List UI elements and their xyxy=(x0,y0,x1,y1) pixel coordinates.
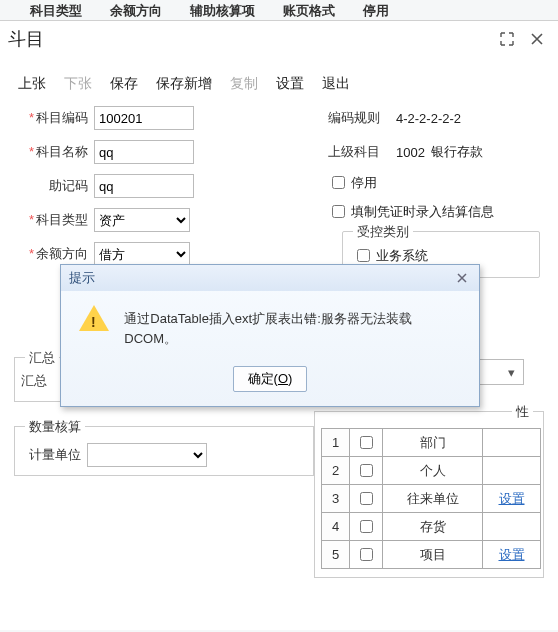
toolbar: 上张 下张 保存 保存新增 复制 设置 退出 xyxy=(0,55,558,105)
hz-legend: 汇总 xyxy=(25,349,59,367)
row-set xyxy=(483,429,541,457)
dialog-ok-button[interactable]: 确定(O) xyxy=(233,366,308,392)
check-biz[interactable] xyxy=(357,249,370,262)
toolbar-settings[interactable]: 设置 xyxy=(276,75,304,93)
label-mnemonic: 助记码 xyxy=(18,177,88,195)
row-index: 4 xyxy=(322,513,350,541)
page-title: 斗目 xyxy=(8,27,44,51)
dialog-ok-label: 确定 xyxy=(248,371,274,386)
toolbar-next: 下张 xyxy=(64,75,92,93)
table-row: 4存货 xyxy=(322,513,541,541)
row-check[interactable] xyxy=(360,492,373,505)
label-direction: 余额方向 xyxy=(18,245,88,263)
dialog-close-icon[interactable] xyxy=(453,269,471,287)
value-parent-code: 1002 xyxy=(396,145,425,160)
bg-tab-1: 科目类型 xyxy=(30,0,82,20)
label-voucher: 填制凭证时录入结算信息 xyxy=(351,203,494,221)
select-type[interactable]: 资产 xyxy=(94,208,190,232)
dialog-message: 通过DataTable插入ext扩展表出错:服务器无法装载 DCOM。 xyxy=(124,305,461,348)
unit-select[interactable] xyxy=(87,443,207,467)
aux-table: 1部门2个人3往来单位设置4存货5项目设置 xyxy=(321,428,541,569)
row-name: 项目 xyxy=(383,541,483,569)
qty-section: 数量核算 计量单位 xyxy=(14,426,314,476)
label-type: 科目类型 xyxy=(18,211,88,229)
value-parent-name: 银行存款 xyxy=(431,143,483,161)
hz-label: 汇总 xyxy=(21,372,47,390)
select-direction[interactable]: 借方 xyxy=(94,242,190,266)
controlled-legend: 受控类别 xyxy=(353,223,413,241)
row-index: 2 xyxy=(322,457,350,485)
row-check-cell xyxy=(350,485,383,513)
chevron-down-icon: ▾ xyxy=(503,365,519,380)
label-rule: 编码规则 xyxy=(328,109,388,127)
aux-attr-section: 性 1部门2个人3往来单位设置4存货5项目设置 xyxy=(314,411,544,578)
background-tabs: 科目类型 余额方向 辅助核算项 账页格式 停用 xyxy=(0,0,558,20)
row-index: 1 xyxy=(322,429,350,457)
bg-tab-3: 辅助核算项 xyxy=(190,0,255,20)
toolbar-copy: 复制 xyxy=(230,75,258,93)
toolbar-save-new[interactable]: 保存新增 xyxy=(156,75,212,93)
value-rule: 4-2-2-2-2-2 xyxy=(396,111,461,126)
row-check[interactable] xyxy=(360,548,373,561)
unit-label: 计量单位 xyxy=(21,446,81,464)
qty-legend: 数量核算 xyxy=(25,418,85,436)
row-name: 个人 xyxy=(383,457,483,485)
input-code[interactable] xyxy=(94,106,194,130)
row-set: 设置 xyxy=(483,541,541,569)
expand-icon[interactable] xyxy=(496,28,518,50)
row-set-link[interactable]: 设置 xyxy=(499,491,525,506)
row-set xyxy=(483,513,541,541)
toolbar-prev[interactable]: 上张 xyxy=(18,75,46,93)
bg-tab-2: 余额方向 xyxy=(110,0,162,20)
bg-tab-4: 账页格式 xyxy=(283,0,335,20)
check-voucher[interactable] xyxy=(332,205,345,218)
close-icon[interactable] xyxy=(526,28,548,50)
row-index: 5 xyxy=(322,541,350,569)
row-set: 设置 xyxy=(483,485,541,513)
table-row: 2个人 xyxy=(322,457,541,485)
input-name[interactable] xyxy=(94,140,194,164)
row-check-cell xyxy=(350,429,383,457)
check-disable[interactable] xyxy=(332,176,345,189)
row-check-cell xyxy=(350,457,383,485)
bg-tab-5: 停用 xyxy=(363,0,389,20)
label-parent: 上级科目 xyxy=(328,143,388,161)
row-index: 3 xyxy=(322,485,350,513)
dialog-title: 提示 xyxy=(69,269,95,287)
label-disable: 停用 xyxy=(351,174,377,192)
table-row: 3往来单位设置 xyxy=(322,485,541,513)
table-row: 5项目设置 xyxy=(322,541,541,569)
row-check[interactable] xyxy=(360,436,373,449)
row-check-cell xyxy=(350,513,383,541)
row-name: 部门 xyxy=(383,429,483,457)
label-biz: 业务系统 xyxy=(376,247,428,265)
input-mnemonic[interactable] xyxy=(94,174,194,198)
warning-icon xyxy=(79,305,110,337)
label-code: 科目编码 xyxy=(18,109,88,127)
toolbar-save[interactable]: 保存 xyxy=(110,75,138,93)
aux-attr-legend: 性 xyxy=(512,403,533,421)
table-row: 1部门 xyxy=(322,429,541,457)
row-check[interactable] xyxy=(360,520,373,533)
row-set-link[interactable]: 设置 xyxy=(499,547,525,562)
row-check[interactable] xyxy=(360,464,373,477)
alert-dialog: 提示 通过DataTable插入ext扩展表出错:服务器无法装载 DCOM。 确… xyxy=(60,264,480,407)
row-name: 往来单位 xyxy=(383,485,483,513)
dialog-ok-key: O xyxy=(278,371,288,386)
label-name: 科目名称 xyxy=(18,143,88,161)
toolbar-exit[interactable]: 退出 xyxy=(322,75,350,93)
row-set xyxy=(483,457,541,485)
row-check-cell xyxy=(350,541,383,569)
row-name: 存货 xyxy=(383,513,483,541)
